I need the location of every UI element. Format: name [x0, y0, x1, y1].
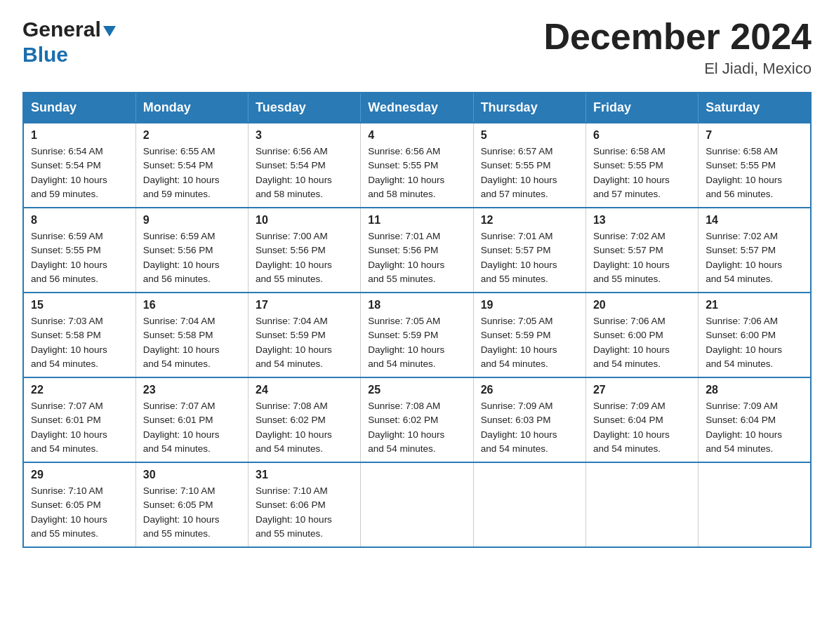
calendar-cell: 18 Sunrise: 7:05 AMSunset: 5:59 PMDaylig…	[361, 293, 473, 377]
day-number: 20	[593, 299, 691, 311]
calendar-cell: 21 Sunrise: 7:06 AMSunset: 6:00 PMDaylig…	[699, 293, 811, 377]
calendar-cell	[699, 462, 811, 547]
day-number: 27	[593, 384, 691, 396]
day-info: Sunrise: 6:56 AMSunset: 5:55 PMDaylight:…	[368, 146, 444, 199]
calendar-cell: 17 Sunrise: 7:04 AMSunset: 5:59 PMDaylig…	[249, 293, 361, 377]
day-info: Sunrise: 7:09 AMSunset: 6:04 PMDaylight:…	[593, 401, 670, 454]
calendar-cell: 29 Sunrise: 7:10 AMSunset: 6:05 PMDaylig…	[23, 462, 135, 547]
day-info: Sunrise: 7:05 AMSunset: 5:59 PMDaylight:…	[481, 316, 557, 369]
day-info: Sunrise: 6:59 AMSunset: 5:56 PMDaylight:…	[143, 231, 220, 284]
day-info: Sunrise: 7:00 AMSunset: 5:56 PMDaylight:…	[256, 231, 332, 284]
calendar-cell: 23 Sunrise: 7:07 AMSunset: 6:01 PMDaylig…	[135, 377, 248, 462]
day-info: Sunrise: 6:57 AMSunset: 5:55 PMDaylight:…	[481, 146, 557, 199]
calendar-cell: 4 Sunrise: 6:56 AMSunset: 5:55 PMDayligh…	[361, 123, 473, 208]
calendar-cell: 14 Sunrise: 7:02 AMSunset: 5:57 PMDaylig…	[699, 208, 811, 293]
page-header: General Blue December 2024 El Jiadi, Mex…	[22, 17, 812, 78]
header-day-wednesday: Wednesday	[361, 93, 473, 123]
calendar-cell: 19 Sunrise: 7:05 AMSunset: 5:59 PMDaylig…	[473, 293, 585, 377]
calendar-cell: 31 Sunrise: 7:10 AMSunset: 6:06 PMDaylig…	[249, 462, 361, 547]
day-number: 19	[481, 299, 578, 311]
day-info: Sunrise: 6:58 AMSunset: 5:55 PMDaylight:…	[706, 146, 782, 199]
calendar-cell: 8 Sunrise: 6:59 AMSunset: 5:55 PMDayligh…	[23, 208, 135, 293]
calendar-week-5: 29 Sunrise: 7:10 AMSunset: 6:05 PMDaylig…	[23, 462, 811, 547]
calendar-cell: 11 Sunrise: 7:01 AMSunset: 5:56 PMDaylig…	[361, 208, 473, 293]
day-info: Sunrise: 6:56 AMSunset: 5:54 PMDaylight:…	[256, 146, 332, 199]
header-day-friday: Friday	[585, 93, 698, 123]
day-info: Sunrise: 7:09 AMSunset: 6:04 PMDaylight:…	[706, 401, 782, 454]
day-number: 18	[368, 299, 465, 311]
calendar-cell: 10 Sunrise: 7:00 AMSunset: 5:56 PMDaylig…	[249, 208, 361, 293]
calendar-cell: 25 Sunrise: 7:08 AMSunset: 6:02 PMDaylig…	[361, 377, 473, 462]
day-number: 24	[256, 384, 353, 396]
header-row: SundayMondayTuesdayWednesdayThursdayFrid…	[23, 93, 811, 123]
logo-triangle-icon	[103, 26, 116, 36]
day-number: 15	[31, 299, 128, 311]
calendar-cell: 28 Sunrise: 7:09 AMSunset: 6:04 PMDaylig…	[699, 377, 811, 462]
calendar-cell: 15 Sunrise: 7:03 AMSunset: 5:58 PMDaylig…	[23, 293, 135, 377]
calendar-cell: 30 Sunrise: 7:10 AMSunset: 6:05 PMDaylig…	[135, 462, 248, 547]
logo-general-text: General	[22, 17, 101, 42]
day-number: 26	[481, 384, 578, 396]
day-info: Sunrise: 6:58 AMSunset: 5:55 PMDaylight:…	[593, 146, 670, 199]
day-info: Sunrise: 7:06 AMSunset: 6:00 PMDaylight:…	[706, 316, 782, 369]
day-info: Sunrise: 6:59 AMSunset: 5:55 PMDaylight:…	[31, 231, 107, 284]
day-number: 11	[368, 214, 465, 227]
day-info: Sunrise: 7:05 AMSunset: 5:59 PMDaylight:…	[368, 316, 444, 369]
calendar-week-2: 8 Sunrise: 6:59 AMSunset: 5:55 PMDayligh…	[23, 208, 811, 293]
day-number: 31	[256, 469, 353, 481]
day-number: 3	[256, 129, 353, 142]
day-number: 30	[143, 469, 241, 481]
day-number: 22	[31, 384, 128, 396]
calendar-header: SundayMondayTuesdayWednesdayThursdayFrid…	[23, 93, 811, 123]
header-day-monday: Monday	[135, 93, 248, 123]
calendar-cell: 24 Sunrise: 7:08 AMSunset: 6:02 PMDaylig…	[249, 377, 361, 462]
day-info: Sunrise: 7:01 AMSunset: 5:57 PMDaylight:…	[481, 231, 557, 284]
location-text: El Jiadi, Mexico	[543, 60, 812, 78]
day-number: 4	[368, 129, 465, 142]
day-info: Sunrise: 7:09 AMSunset: 6:03 PMDaylight:…	[481, 401, 557, 454]
day-info: Sunrise: 7:04 AMSunset: 5:58 PMDaylight:…	[143, 316, 220, 369]
calendar-week-3: 15 Sunrise: 7:03 AMSunset: 5:58 PMDaylig…	[23, 293, 811, 377]
calendar-cell: 22 Sunrise: 7:07 AMSunset: 6:01 PMDaylig…	[23, 377, 135, 462]
month-title: December 2024	[543, 17, 812, 57]
day-number: 28	[706, 384, 803, 396]
calendar-cell: 13 Sunrise: 7:02 AMSunset: 5:57 PMDaylig…	[585, 208, 698, 293]
day-number: 23	[143, 384, 241, 396]
day-number: 29	[31, 469, 128, 481]
calendar-cell: 26 Sunrise: 7:09 AMSunset: 6:03 PMDaylig…	[473, 377, 585, 462]
calendar-cell: 1 Sunrise: 6:54 AMSunset: 5:54 PMDayligh…	[23, 123, 135, 208]
day-info: Sunrise: 7:02 AMSunset: 5:57 PMDaylight:…	[593, 231, 670, 284]
day-info: Sunrise: 6:55 AMSunset: 5:54 PMDaylight:…	[143, 146, 220, 199]
calendar-cell: 5 Sunrise: 6:57 AMSunset: 5:55 PMDayligh…	[473, 123, 585, 208]
day-number: 21	[706, 299, 803, 311]
day-info: Sunrise: 7:07 AMSunset: 6:01 PMDaylight:…	[143, 401, 220, 454]
calendar-cell: 6 Sunrise: 6:58 AMSunset: 5:55 PMDayligh…	[585, 123, 698, 208]
calendar-cell	[473, 462, 585, 547]
day-number: 6	[593, 129, 691, 142]
day-info: Sunrise: 7:01 AMSunset: 5:56 PMDaylight:…	[368, 231, 444, 284]
header-day-tuesday: Tuesday	[249, 93, 361, 123]
day-number: 25	[368, 384, 465, 396]
day-number: 8	[31, 214, 128, 227]
day-number: 13	[593, 214, 691, 227]
day-info: Sunrise: 7:10 AMSunset: 6:05 PMDaylight:…	[31, 485, 107, 539]
day-info: Sunrise: 7:10 AMSunset: 6:06 PMDaylight:…	[256, 485, 332, 539]
calendar-cell	[585, 462, 698, 547]
calendar-table: SundayMondayTuesdayWednesdayThursdayFrid…	[22, 92, 812, 548]
calendar-cell	[361, 462, 473, 547]
day-info: Sunrise: 7:06 AMSunset: 6:00 PMDaylight:…	[593, 316, 670, 369]
day-info: Sunrise: 7:02 AMSunset: 5:57 PMDaylight:…	[706, 231, 782, 284]
title-section: December 2024 El Jiadi, Mexico	[543, 17, 812, 78]
logo-blue-text: Blue	[22, 42, 68, 67]
header-day-saturday: Saturday	[699, 93, 811, 123]
day-number: 17	[256, 299, 353, 311]
day-number: 1	[31, 129, 128, 142]
calendar-cell: 16 Sunrise: 7:04 AMSunset: 5:58 PMDaylig…	[135, 293, 248, 377]
calendar-week-4: 22 Sunrise: 7:07 AMSunset: 6:01 PMDaylig…	[23, 377, 811, 462]
day-number: 16	[143, 299, 241, 311]
calendar-body: 1 Sunrise: 6:54 AMSunset: 5:54 PMDayligh…	[23, 123, 811, 547]
logo: General Blue	[22, 17, 116, 67]
day-info: Sunrise: 7:04 AMSunset: 5:59 PMDaylight:…	[256, 316, 332, 369]
day-info: Sunrise: 7:08 AMSunset: 6:02 PMDaylight:…	[256, 401, 332, 454]
header-day-sunday: Sunday	[23, 93, 135, 123]
